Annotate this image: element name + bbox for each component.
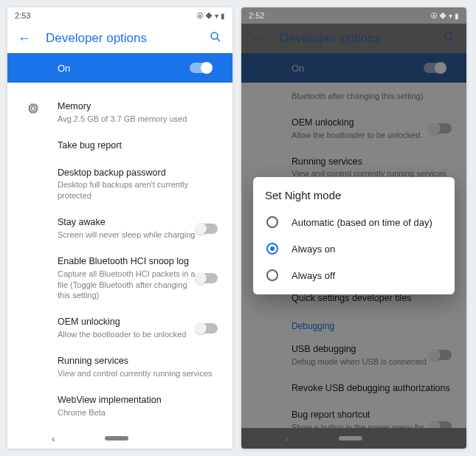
nav-back-icon[interactable]: ‹ [52,433,55,444]
svg-rect-2 [30,106,37,112]
back-arrow-icon[interactable]: ← [18,31,31,46]
item-sub: Capture all Bluetooth HCI packets in a f… [58,269,196,302]
radio-icon[interactable] [266,269,278,281]
nav-home-pill[interactable] [105,436,128,441]
item-title: Take bug report [58,139,218,152]
radio-icon[interactable] [266,243,278,255]
status-time: 2:52 [249,11,264,20]
night-mode-dialog: Set Night mode Automatic (based on time … [253,177,455,294]
item-title: WebView implementation [58,394,218,407]
item-oem-unlock[interactable]: OEM unlockingAllow the bootloader to be … [7,308,232,348]
item-bt-snoop[interactable]: Enable Bluetooth HCI snoop logCapture al… [7,248,232,308]
toggle-oem[interactable] [196,323,218,334]
svg-line-1 [217,38,220,41]
radio-icon[interactable] [266,216,278,228]
option-label: Always on [292,243,335,255]
item-title: Stay awake [58,216,196,229]
option-label: Always off [292,270,335,281]
item-running-services[interactable]: Running servicesView and control current… [7,348,232,387]
status-icons: ⦿ ◆ ▾ ▮ [196,12,225,20]
svg-rect-3 [32,107,35,111]
item-title: OEM unlocking [58,316,196,328]
toggle-stay-awake[interactable] [196,224,218,234]
master-toggle[interactable] [190,63,212,73]
memory-chip-icon [27,102,40,115]
toggle-bt-snoop[interactable] [196,273,218,283]
item-sub: View and control currently running servi… [58,368,218,379]
item-title: Enable Bluetooth HCI snoop log [58,255,196,268]
app-bar: ← Developer options [7,24,232,53]
status-time: 2:53 [15,11,30,20]
search-icon[interactable] [209,30,222,46]
item-sub: Screen will never sleep while charging [58,229,196,241]
option-always-on[interactable]: Always on [265,235,443,262]
item-webview[interactable]: WebView implementationChrome Beta [7,387,232,426]
item-sub: Avg 2.5 GB of 3.7 GB memory used [58,114,218,125]
item-bug-report[interactable]: Take bug report [7,132,232,159]
phone-left: 2:53 ⦿ ◆ ▾ ▮ ← Developer options On Memo… [7,7,232,449]
status-icons: ⦿ ◆ ▾ ▮ [430,12,459,20]
item-backup-password[interactable]: Desktop backup passwordDesktop full back… [7,159,232,210]
item-stay-awake[interactable]: Stay awakeScreen will never sleep while … [7,209,232,248]
item-sub: Desktop full backups aren't currently pr… [58,179,218,201]
svg-point-0 [211,32,218,39]
option-label: Automatic (based on time of day) [292,217,432,228]
settings-list[interactable]: MemoryAvg 2.5 GB of 3.7 GB memory used T… [7,83,232,428]
status-bar: 2:53 ⦿ ◆ ▾ ▮ [7,7,232,24]
phone-right: 2:52 ⦿ ◆ ▾ ▮ ← Developer options On Blue… [241,7,466,449]
nav-bar: ‹ [7,428,232,449]
master-toggle-bar[interactable]: On [7,53,232,83]
item-title: Running services [58,355,218,367]
item-sub: Allow the bootloader to be unlocked [58,329,196,340]
option-always-off[interactable]: Always off [265,262,443,289]
item-title: Memory [58,100,218,113]
option-automatic[interactable]: Automatic (based on time of day) [265,209,443,235]
item-memory[interactable]: MemoryAvg 2.5 GB of 3.7 GB memory used [7,93,232,132]
item-auto-updates[interactable]: Automatic system updatesApply updates wh… [7,425,232,428]
item-sub: Chrome Beta [58,407,218,418]
item-title: Desktop backup password [58,167,218,179]
status-bar: 2:52 ⦿ ◆ ▾ ▮ [241,7,466,24]
page-title: Developer options [46,31,194,46]
master-toggle-label: On [58,63,70,74]
dialog-title: Set Night mode [265,189,443,201]
